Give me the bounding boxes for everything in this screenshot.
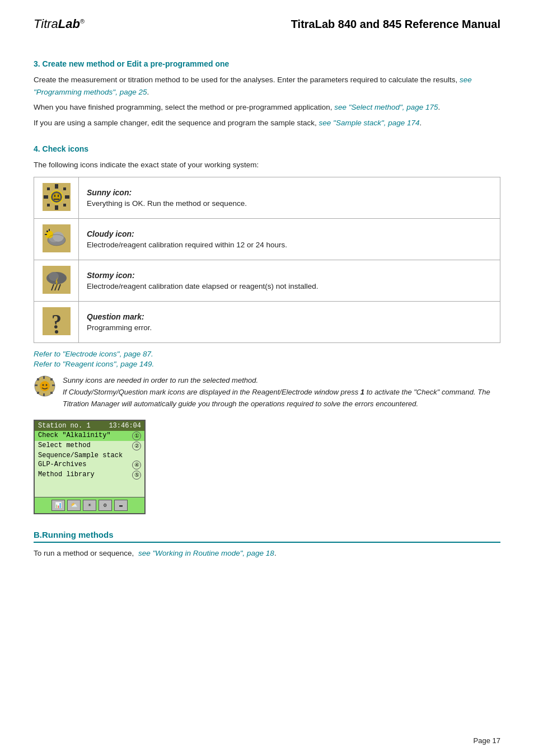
toolbar-icon-4[interactable]: ⚙: [99, 500, 112, 511]
svg-rect-11: [54, 195, 55, 197]
icons-table: Sunny icon: Everything is OK. Run the me…: [34, 177, 500, 343]
svg-rect-20: [49, 229, 50, 231]
table-row: Sunny icon: Everything is OK. Run the me…: [34, 177, 500, 218]
screen-num-1: ①: [132, 431, 141, 440]
svg-rect-12: [58, 195, 59, 197]
svg-rect-22: [46, 231, 48, 232]
svg-point-44: [43, 384, 44, 386]
section-b-heading: B.Running methods: [34, 530, 500, 543]
section-b-para: To run a method or sequence, see "Workin…: [34, 547, 500, 560]
sunny-icon: [43, 183, 71, 211]
screen-time: 13:46:04: [109, 422, 141, 430]
screen-label-4: GLP-Archives: [38, 461, 86, 469]
svg-rect-38: [35, 384, 38, 386]
logo: TitraLab®: [34, 17, 85, 31]
info-text-block: Sunny icons are needed in order to run t…: [63, 375, 500, 410]
screen-num-4: ④: [132, 461, 141, 469]
table-row: ? Question mark: Programming error.: [34, 301, 500, 342]
cloudy-icon: [43, 224, 71, 252]
section-3-para3: If you are using a sample changer, edit …: [34, 117, 500, 129]
screen-label-2: Select method: [38, 442, 91, 450]
table-row: Cloudy icon: Electrode/reagent calibrati…: [34, 218, 500, 260]
screen-header: Station no. 1 13:46:04: [35, 421, 144, 431]
svg-rect-36: [43, 376, 45, 379]
stormy-icon-name: Stormy icon:: [87, 271, 492, 280]
screen-display: Station no. 1 13:46:04 Check "Alkalinity…: [34, 420, 146, 514]
screen-toolbar: 📊 ⛅ ☀ ⚙ ▬: [35, 497, 144, 513]
sunny-icon-desc: Everything is OK. Run the method or sequ…: [87, 199, 492, 208]
question-icon-desc: Programming error.: [87, 323, 492, 332]
question-icon-cell: ?: [34, 301, 79, 342]
ref-link-reagent[interactable]: Refer to "Reagent icons", page 149.: [34, 360, 500, 368]
svg-point-45: [46, 384, 48, 386]
svg-rect-7: [47, 204, 50, 206]
svg-rect-41: [50, 378, 53, 381]
svg-rect-2: [55, 205, 58, 210]
screen-num-5: ⑤: [132, 471, 141, 480]
svg-rect-39: [52, 384, 55, 386]
section-3-para1: Create the measurement or titration meth…: [34, 74, 500, 98]
question-desc-cell: Question mark: Programming error.: [79, 301, 500, 342]
svg-point-26: [49, 272, 59, 281]
svg-rect-5: [47, 187, 50, 190]
screen-station: Station no. 1: [38, 422, 91, 430]
screen-num-2: ②: [132, 442, 141, 450]
svg-rect-43: [50, 392, 53, 394]
section-b-link[interactable]: see "Working in Routine mode", page 18: [138, 549, 274, 557]
cloudy-icon-cell: [34, 218, 79, 260]
ref-link-electrode[interactable]: Refer to "Electrode icons", page 87.: [34, 350, 500, 358]
section-4: 4. Check icons The following icons indic…: [34, 144, 500, 514]
info-bold: 1: [360, 388, 364, 396]
stormy-icon-cell: [34, 260, 79, 301]
logo-lab: Lab: [58, 17, 80, 31]
question-mark-icon: ?: [43, 307, 71, 335]
section-3-link2[interactable]: see "Select method", page 175: [334, 103, 438, 111]
sunny-desc-cell: Sunny icon: Everything is OK. Run the me…: [79, 177, 500, 218]
screen-label-1: Check "Alkalinity": [38, 431, 111, 440]
stormy-icon: [43, 266, 71, 294]
svg-point-35: [40, 381, 50, 391]
question-icon-name: Question mark:: [87, 312, 492, 321]
sunny-icon-cell: [34, 177, 79, 218]
cloudy-icon-name: Cloudy icon:: [87, 229, 492, 238]
info-icon-container: [34, 375, 56, 399]
section-3-heading: 3. Create new method or Edit a pre-progr…: [34, 59, 500, 68]
svg-rect-40: [37, 378, 39, 381]
svg-point-33: [55, 330, 58, 334]
svg-point-18: [53, 232, 64, 242]
logo-sup: ®: [80, 18, 85, 25]
screen-row-3: Sequence/Sample stack: [35, 451, 144, 460]
cloudy-desc-cell: Cloudy icon: Electrode/reagent calibrati…: [79, 218, 500, 260]
info-block: Sunny icons are needed in order to run t…: [34, 375, 500, 410]
section-3-para2: When you have finished programming, sele…: [34, 101, 500, 114]
info-text-2: If Cloudy/Stormy/Question mark icons are…: [63, 388, 360, 396]
toolbar-icon-2[interactable]: ⛅: [67, 500, 81, 511]
section-4-heading: 4. Check icons: [34, 144, 500, 153]
section-4-intro: The following icons indicate the exact s…: [34, 159, 500, 171]
svg-rect-37: [43, 393, 45, 396]
svg-text:?: ?: [51, 311, 62, 333]
toolbar-icon-3[interactable]: ☀: [83, 500, 96, 511]
screen-row-5: Method library ⑤: [35, 470, 144, 480]
page-number: Page 17: [474, 736, 500, 745]
stormy-desc-cell: Stormy icon: Electrode/reagent calibrati…: [79, 260, 500, 301]
manual-title: TitraLab 840 and 845 Reference Manual: [291, 18, 500, 31]
table-row: Stormy icon: Electrode/reagent calibrati…: [34, 260, 500, 301]
screen-row-1: Check "Alkalinity" ①: [35, 431, 144, 441]
svg-rect-1: [55, 184, 58, 189]
sunny-icon-name: Sunny icon:: [87, 188, 492, 197]
screen-row-4: GLP-Archives ④: [35, 460, 144, 470]
svg-rect-4: [65, 195, 69, 199]
logo-titra: Titra: [34, 17, 58, 31]
screen-label-3: Sequence/Sample stack: [38, 452, 123, 459]
svg-rect-8: [63, 204, 66, 206]
screen-row-2: Select method ②: [35, 441, 144, 451]
svg-rect-6: [63, 187, 66, 190]
screen-label-5: Method library: [38, 471, 95, 480]
toolbar-icon-5[interactable]: ▬: [114, 500, 128, 511]
section-3-link3[interactable]: see "Sample stack", page 174: [319, 119, 420, 127]
stormy-icon-desc: Electrode/reagent calibration date elaps…: [87, 282, 492, 290]
section-3: 3. Create new method or Edit a pre-progr…: [34, 59, 500, 129]
section-b: B.Running methods To run a method or seq…: [34, 530, 500, 560]
toolbar-icon-1[interactable]: 📊: [51, 500, 65, 511]
